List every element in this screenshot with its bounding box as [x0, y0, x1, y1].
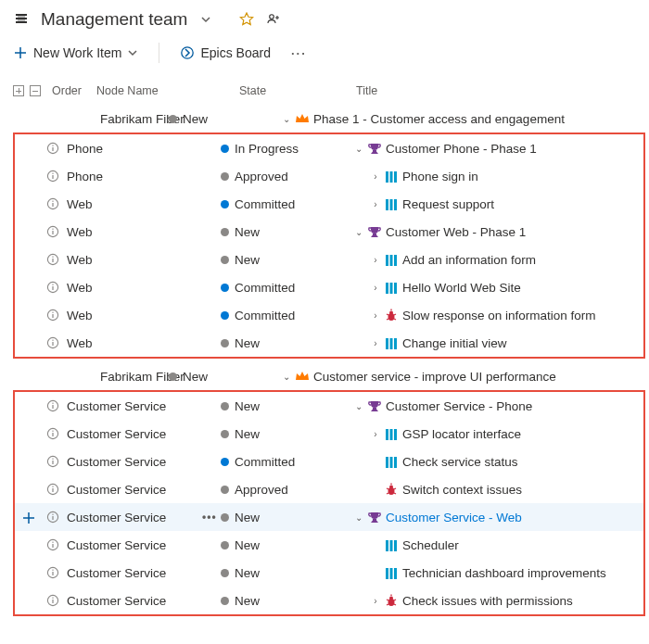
work-item-row[interactable]: Web New › Add an information form: [15, 246, 643, 273]
state-cell: New: [221, 427, 334, 441]
expand-caret[interactable]: ›: [371, 171, 380, 182]
title-cell[interactable]: › Slow response on information form: [334, 309, 636, 322]
work-item-row[interactable]: Customer Service New Scheduler: [15, 531, 643, 559]
row-overflow[interactable]: •••: [202, 511, 221, 524]
expand-caret[interactable]: ⌄: [354, 227, 363, 237]
title-cell[interactable]: › Check issues with permissions: [334, 594, 636, 608]
state-cell: Committed: [221, 455, 334, 469]
pbi-icon: [384, 336, 399, 350]
info-icon[interactable]: [46, 427, 59, 440]
info-icon[interactable]: [46, 336, 59, 349]
info-icon[interactable]: [46, 281, 59, 294]
work-item-row[interactable]: Web New ⌄ Customer Web - Phase 1: [15, 218, 643, 246]
highlighted-group: Phone In Progress ⌄ Customer Phone - Pha…: [13, 133, 645, 359]
add-child-icon[interactable]: [21, 511, 34, 524]
title-cell[interactable]: ⌄ Customer Service - Phone: [334, 399, 636, 413]
info-icon[interactable]: [46, 455, 59, 468]
expand-caret[interactable]: ⌄: [354, 401, 363, 411]
column-order[interactable]: Order: [52, 84, 91, 97]
info-icon[interactable]: [46, 309, 59, 322]
expand-caret[interactable]: ›: [371, 199, 380, 209]
node-cell: Customer Service: [65, 538, 202, 552]
work-item-row[interactable]: Phone In Progress ⌄ Customer Phone - Pha…: [15, 134, 643, 162]
expand-caret[interactable]: ›: [371, 310, 380, 321]
node-cell: Customer Service: [65, 399, 202, 413]
highlighted-group: Customer Service New ⌄ Customer Service …: [13, 390, 645, 616]
node-cell: Fabrikam Fiber: [13, 370, 150, 384]
node-cell: Web: [65, 253, 202, 267]
title-dropdown-icon[interactable]: [197, 10, 215, 29]
info-icon[interactable]: [46, 399, 59, 412]
feature-icon: [367, 142, 382, 156]
title-cell[interactable]: Scheduler: [334, 538, 636, 552]
work-item-row[interactable]: Customer Service New › GSP locator inter…: [15, 420, 643, 448]
title-cell[interactable]: › Request support: [334, 197, 636, 211]
info-icon[interactable]: [46, 538, 59, 551]
expand-caret[interactable]: ›: [371, 255, 380, 265]
people-icon[interactable]: [265, 10, 284, 29]
state-cell: New: [221, 511, 334, 524]
state-dot: [221, 311, 229, 320]
work-item-row[interactable]: Web Committed › Slow response on informa…: [15, 301, 643, 329]
state-dot: [221, 145, 229, 153]
title-cell[interactable]: ⌄ Customer service - improve UI performa…: [282, 370, 642, 384]
title-cell[interactable]: › Phone sign in: [334, 170, 636, 183]
work-item-row[interactable]: Customer Service New ⌄ Customer Service …: [15, 392, 643, 420]
expand-caret[interactable]: ⌄: [282, 114, 291, 124]
epic-icon: [295, 112, 310, 125]
expand-caret[interactable]: ›: [371, 338, 380, 348]
info-icon[interactable]: [46, 170, 59, 183]
work-item-row[interactable]: Phone Approved › Phone sign in: [15, 162, 643, 190]
title-cell[interactable]: Technician dashboard improvements: [334, 566, 636, 580]
title-cell[interactable]: ⌄ Customer Web - Phase 1: [334, 225, 636, 239]
epic-row[interactable]: Fabrikam Fiber New ⌄ Customer service - …: [0, 362, 649, 390]
title-cell[interactable]: › GSP locator interface: [334, 427, 636, 441]
expand-all-button[interactable]: [13, 85, 24, 96]
collapse-all-button[interactable]: [30, 85, 41, 96]
expand-caret[interactable]: ⌄: [282, 372, 291, 382]
new-work-item-button[interactable]: New Work Item: [13, 45, 138, 60]
work-item-row[interactable]: Web New › Change initial view: [15, 329, 643, 357]
title-cell[interactable]: ⌄ Customer Service - Web: [334, 511, 636, 524]
title-cell[interactable]: Check service status: [334, 455, 636, 469]
state-cell: Approved: [221, 170, 334, 183]
state-cell: New: [221, 594, 334, 608]
epic-row[interactable]: Fabrikam Fiber New ⌄ Phase 1 - Customer …: [0, 105, 649, 133]
info-icon[interactable]: [46, 253, 59, 266]
expand-caret[interactable]: ›: [371, 429, 380, 439]
work-item-row[interactable]: Customer Service New › Check issues with…: [15, 587, 643, 614]
work-item-row[interactable]: Customer Service New Technician dashboar…: [15, 559, 643, 587]
overflow-menu[interactable]: ···: [291, 46, 307, 60]
title-cell[interactable]: Switch context issues: [334, 483, 636, 497]
epics-board-label: Epics Board: [200, 45, 270, 60]
state-dot: [221, 430, 229, 438]
feature-icon: [367, 511, 382, 524]
expand-caret[interactable]: ⌄: [354, 144, 363, 154]
work-item-row[interactable]: Customer Service Approved Switch context…: [15, 475, 643, 503]
epics-board-button[interactable]: Epics Board: [180, 45, 270, 60]
info-icon[interactable]: [46, 483, 59, 496]
title-cell[interactable]: › Hello World Web Site: [334, 281, 636, 295]
expand-caret[interactable]: ›: [371, 283, 380, 293]
column-state[interactable]: State: [239, 84, 350, 97]
column-node[interactable]: Node Name: [96, 84, 234, 97]
info-icon[interactable]: [46, 511, 59, 524]
info-icon[interactable]: [46, 594, 59, 607]
title-cell[interactable]: ⌄ Phase 1 - Customer access and engageme…: [282, 112, 642, 126]
title-cell[interactable]: › Add an information form: [334, 253, 636, 267]
work-item-row[interactable]: Web Committed › Request support: [15, 190, 643, 218]
title-cell[interactable]: › Change initial view: [334, 336, 636, 350]
info-icon[interactable]: [46, 566, 59, 579]
title-cell[interactable]: ⌄ Customer Phone - Phase 1: [334, 142, 636, 156]
expand-caret[interactable]: ›: [371, 596, 380, 606]
expand-caret[interactable]: ⌄: [354, 512, 363, 523]
column-title[interactable]: Title: [356, 84, 649, 97]
work-item-row[interactable]: Customer Service Committed Check service…: [15, 448, 643, 475]
info-icon[interactable]: [46, 142, 59, 155]
info-icon[interactable]: [46, 225, 59, 238]
info-icon[interactable]: [46, 197, 59, 210]
state-dot: [221, 200, 229, 208]
work-item-row[interactable]: Customer Service ••• New ⌄ Customer Serv…: [15, 503, 643, 531]
work-item-row[interactable]: Web Committed › Hello World Web Site: [15, 273, 643, 301]
star-icon[interactable]: [237, 10, 256, 29]
